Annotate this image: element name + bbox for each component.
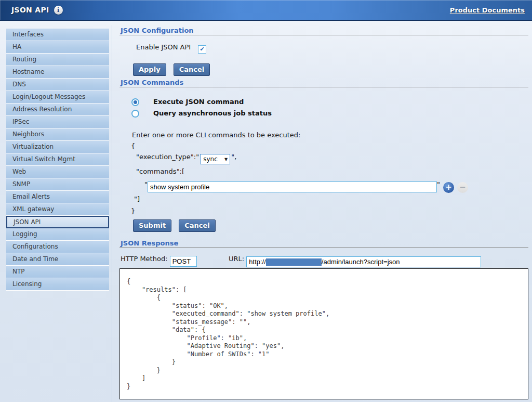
execute-json-radio[interactable] bbox=[131, 98, 139, 106]
url-redaction-block bbox=[266, 258, 322, 266]
content-divider bbox=[112, 25, 112, 402]
remove-command-button[interactable]: − bbox=[457, 182, 468, 193]
sidebar-item-configurations[interactable]: Configurations bbox=[6, 241, 109, 253]
apply-button[interactable]: Apply bbox=[133, 63, 166, 76]
http-method-row: HTTP Method: bbox=[121, 255, 197, 267]
json-response-body: { "results": [ { "status": "OK", "execut… bbox=[127, 278, 528, 391]
url-prefix: http:// bbox=[249, 258, 266, 266]
json-response-title: JSON Response bbox=[121, 239, 178, 247]
sidebar-item-hostname[interactable]: Hostname bbox=[6, 66, 109, 79]
add-command-button[interactable]: + bbox=[443, 182, 454, 193]
sidebar-item-logging[interactable]: Logging bbox=[6, 228, 109, 241]
sidebar-item-virtualization[interactable]: Virtualization bbox=[6, 141, 109, 153]
enable-json-api-label: Enable JSON API bbox=[136, 43, 191, 51]
submit-button[interactable]: Submit bbox=[133, 219, 171, 232]
commands-array-open: "commands":[ bbox=[136, 167, 184, 175]
sidebar-item-web[interactable]: Web bbox=[6, 166, 109, 178]
header-title-group: JSON API i bbox=[11, 6, 63, 15]
sidebar-item-json-api[interactable]: JSON API bbox=[6, 216, 109, 228]
sidebar: Interfaces HA Routing Hostname DNS Login… bbox=[6, 29, 109, 291]
page-title: JSON API bbox=[11, 6, 49, 14]
sidebar-item-login-logout-messages[interactable]: Login/Logout Messages bbox=[6, 91, 109, 103]
enable-json-api-row: Enable JSON API✔ bbox=[136, 42, 206, 54]
query-async-radio-row: Query asynchronous job status bbox=[131, 108, 272, 118]
url-input[interactable]: http:///admin/launch?script=json bbox=[246, 256, 481, 267]
execution-type-prefix: "execution_type":" bbox=[136, 153, 199, 161]
query-async-radio-label: Query asynchronous job status bbox=[153, 109, 272, 117]
header: JSON API i Product Documents bbox=[0, 0, 532, 21]
sidebar-item-virtual-switch-mgmt[interactable]: Virtual Switch Mgmt bbox=[6, 153, 109, 166]
json-configuration-title: JSON Configuration bbox=[121, 27, 194, 34]
sidebar-item-ntp[interactable]: NTP bbox=[6, 266, 109, 278]
sidebar-item-neighbors[interactable]: Neighbors bbox=[6, 128, 109, 141]
sidebar-item-address-resolution[interactable]: Address Resolution bbox=[6, 103, 109, 116]
json-response-box[interactable]: { "results": [ { "status": "OK", "execut… bbox=[119, 268, 528, 399]
commands-buttons-row: Submit Cancel bbox=[133, 219, 220, 232]
execution-type-suffix: ", bbox=[231, 153, 236, 161]
command-input-row: ""+− bbox=[144, 180, 468, 193]
check-icon: ✔ bbox=[198, 46, 206, 53]
json-close-brace: } bbox=[131, 207, 135, 215]
json-open-brace: { bbox=[131, 142, 135, 150]
command-quote-close: " bbox=[437, 180, 440, 188]
sidebar-item-interfaces[interactable]: Interfaces bbox=[6, 29, 109, 41]
execute-json-radio-row: Execute JSON command bbox=[131, 97, 244, 107]
command-input[interactable] bbox=[148, 181, 437, 192]
json-commands-title: JSON Commands bbox=[121, 79, 183, 86]
http-method-input[interactable] bbox=[170, 256, 197, 267]
section-divider bbox=[119, 35, 528, 35]
cli-prompt-label: Enter one or more CLI commands to be exe… bbox=[132, 131, 300, 139]
url-row: URL: http:///admin/launch?script=json bbox=[229, 255, 481, 267]
http-method-label: HTTP Method: bbox=[121, 255, 168, 263]
sidebar-item-dns[interactable]: DNS bbox=[6, 79, 109, 91]
chevron-down-icon: ▼ bbox=[224, 157, 228, 162]
commands-cancel-button[interactable]: Cancel bbox=[179, 219, 216, 232]
url-suffix: /admin/launch?script=json bbox=[322, 258, 400, 266]
sidebar-item-ha[interactable]: HA bbox=[6, 41, 109, 54]
execution-type-select[interactable]: sync▼ bbox=[200, 154, 230, 164]
sidebar-item-xml-gateway[interactable]: XML gateway bbox=[6, 203, 109, 216]
execution-type-value: sync bbox=[203, 155, 218, 163]
sidebar-item-email-alerts[interactable]: Email Alerts bbox=[6, 191, 109, 203]
query-async-radio[interactable] bbox=[131, 110, 139, 118]
execution-type-row: "execution_type":"sync▼", bbox=[136, 153, 236, 164]
execute-json-radio-label: Execute JSON command bbox=[153, 98, 244, 106]
sidebar-item-licensing[interactable]: Licensing bbox=[6, 278, 109, 291]
sidebar-item-ipsec[interactable]: IPSec bbox=[6, 116, 109, 128]
config-cancel-button[interactable]: Cancel bbox=[174, 63, 210, 76]
info-icon[interactable]: i bbox=[54, 6, 63, 15]
url-label: URL: bbox=[229, 255, 244, 263]
section-divider bbox=[119, 87, 528, 87]
commands-array-close: "] bbox=[134, 195, 140, 203]
sidebar-item-date-and-time[interactable]: Date and Time bbox=[6, 253, 109, 266]
enable-json-api-checkbox[interactable]: ✔ bbox=[198, 45, 206, 54]
product-documents-link[interactable]: Product Documents bbox=[450, 6, 525, 14]
sidebar-item-snmp[interactable]: SNMP bbox=[6, 178, 109, 191]
section-divider bbox=[119, 247, 528, 248]
radio-dot bbox=[134, 100, 137, 104]
config-buttons-row: Apply Cancel bbox=[133, 63, 215, 76]
sidebar-item-routing[interactable]: Routing bbox=[6, 54, 109, 66]
